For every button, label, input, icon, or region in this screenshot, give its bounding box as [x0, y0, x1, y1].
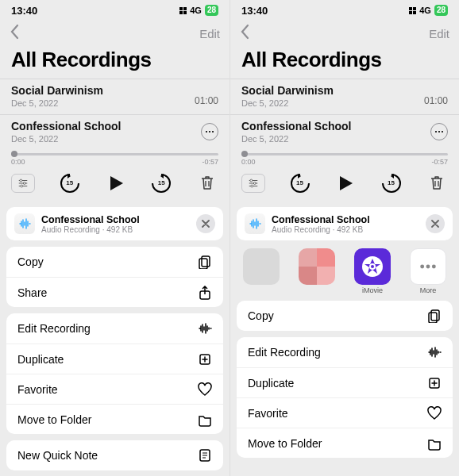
edit-button[interactable]: Edit: [199, 27, 220, 40]
svg-point-15: [420, 265, 424, 269]
menu-label: Move to Folder: [248, 437, 322, 450]
recording-name: Social Darwinism: [241, 84, 334, 97]
delete-button[interactable]: [426, 172, 448, 194]
menu-group: Edit Recording Duplicate Favorite Move t…: [237, 337, 453, 458]
heart-icon: [427, 406, 442, 420]
menu-copy[interactable]: Copy: [6, 247, 223, 277]
menu-copy[interactable]: Copy: [237, 301, 453, 331]
share-sheet: Confessional School Audio Recording · 49…: [230, 202, 459, 476]
scrubber[interactable]: 0:00 -0:57: [230, 150, 459, 167]
menu-favorite[interactable]: Favorite: [6, 374, 223, 404]
menu-label: Copy: [248, 309, 274, 322]
note-icon: [198, 448, 212, 463]
skip-seconds: 15: [380, 179, 403, 186]
menu-move-folder[interactable]: Move to Folder: [6, 404, 223, 434]
menu-label: Favorite: [17, 383, 58, 396]
battery-badge: 28: [205, 5, 218, 16]
recording-item-selected[interactable]: Confessional School Dec 5, 2022: [0, 114, 230, 150]
recording-date: Dec 5, 2022: [11, 98, 103, 108]
options-button[interactable]: [11, 174, 35, 193]
close-button[interactable]: [196, 214, 215, 233]
menu-duplicate[interactable]: Duplicate: [6, 344, 223, 374]
menu-label: Duplicate: [17, 353, 64, 366]
signal-icon: [179, 7, 187, 14]
time-elapsed: 0:00: [11, 158, 25, 166]
edit-button[interactable]: Edit: [429, 27, 449, 40]
menu-share[interactable]: Share: [6, 277, 223, 307]
menu-label: Copy: [17, 255, 44, 268]
status-right: 4G 28: [409, 5, 448, 16]
more-options-button[interactable]: [201, 123, 218, 140]
share-app-imovie[interactable]: iMovie: [348, 248, 397, 294]
skip-back-button[interactable]: 15: [289, 172, 311, 194]
back-button[interactable]: [240, 24, 251, 43]
recording-item[interactable]: Social Darwinism Dec 5, 2022 01:00: [230, 79, 459, 114]
more-options-button[interactable]: [430, 123, 448, 140]
status-right: 4G 28: [179, 5, 218, 16]
skip-forward-button[interactable]: 15: [150, 172, 172, 194]
menu-group: New Quick Note: [6, 440, 223, 470]
menu-edit-recording[interactable]: Edit Recording: [237, 337, 453, 367]
folder-icon: [427, 436, 442, 451]
sheet-header: Confessional School Audio Recording · 49…: [6, 207, 223, 240]
share-app[interactable]: [237, 248, 286, 294]
app-icon: [299, 248, 335, 285]
duplicate-icon: [427, 376, 442, 390]
page-title: All Recordings: [0, 46, 230, 79]
scrubber-thumb[interactable]: [241, 151, 248, 157]
delete-button[interactable]: [196, 172, 218, 194]
skip-seconds: 15: [289, 179, 311, 186]
waveform-icon: [427, 345, 442, 359]
recording-date: Dec 5, 2022: [241, 134, 351, 144]
status-bar: 13:40 4G 28: [0, 0, 230, 21]
share-app-more[interactable]: More: [403, 248, 453, 294]
menu-quick-note[interactable]: New Quick Note: [6, 440, 223, 470]
sheet-header: Confessional School Audio Recording · 49…: [237, 207, 453, 240]
recording-date: Dec 5, 2022: [241, 98, 334, 108]
action-sheet: Confessional School Audio Recording · 49…: [0, 202, 230, 476]
menu-label: Edit Recording: [248, 346, 321, 359]
scrubber-thumb[interactable]: [11, 151, 17, 157]
nav-bar: Edit: [0, 21, 230, 46]
menu-edit-recording[interactable]: Edit Recording: [6, 313, 223, 344]
back-button[interactable]: [10, 24, 21, 43]
skip-forward-button[interactable]: 15: [380, 172, 403, 194]
svg-point-16: [426, 265, 430, 269]
sheet-title: Confessional School: [272, 214, 419, 225]
scrubber[interactable]: 0:00 -0:57: [0, 150, 230, 167]
play-button[interactable]: [334, 172, 357, 194]
menu-group: Copy Share: [6, 247, 223, 307]
network-label: 4G: [190, 6, 202, 15]
audio-icon: [14, 213, 35, 234]
audio-icon: [245, 213, 265, 234]
signal-icon: [409, 7, 416, 14]
menu-duplicate[interactable]: Duplicate: [237, 367, 453, 397]
time-elapsed: 0:00: [241, 158, 256, 166]
duplicate-icon: [198, 352, 212, 367]
menu-label: Duplicate: [248, 377, 294, 390]
app-label: iMovie: [362, 286, 383, 294]
close-button[interactable]: [426, 214, 445, 233]
waveform-icon: [198, 321, 212, 336]
recording-item[interactable]: Social Darwinism Dec 5, 2022 01:00: [0, 79, 230, 114]
sheet-subtitle: Audio Recording · 492 KB: [272, 225, 419, 234]
sheet-subtitle: Audio Recording · 492 KB: [41, 225, 190, 234]
app-label: More: [420, 286, 437, 294]
recording-name: Confessional School: [241, 120, 351, 132]
copy-icon: [427, 309, 442, 323]
menu-label: Edit Recording: [17, 322, 91, 335]
options-button[interactable]: [241, 174, 265, 193]
share-app[interactable]: [292, 248, 341, 294]
recording-item-selected[interactable]: Confessional School Dec 5, 2022: [230, 114, 459, 150]
skip-seconds: 15: [150, 179, 172, 186]
recording-name: Confessional School: [11, 120, 121, 132]
play-button[interactable]: [105, 172, 127, 194]
menu-label: Favorite: [248, 407, 288, 420]
menu-move-folder[interactable]: Move to Folder: [237, 428, 453, 458]
skip-back-button[interactable]: 15: [59, 172, 81, 194]
app-icon: [243, 248, 280, 285]
menu-favorite[interactable]: Favorite: [237, 397, 453, 428]
menu-label: New Quick Note: [17, 449, 98, 462]
network-label: 4G: [419, 6, 431, 15]
phone-left: 13:40 4G 28 Edit All Recordings Social D…: [0, 0, 230, 476]
